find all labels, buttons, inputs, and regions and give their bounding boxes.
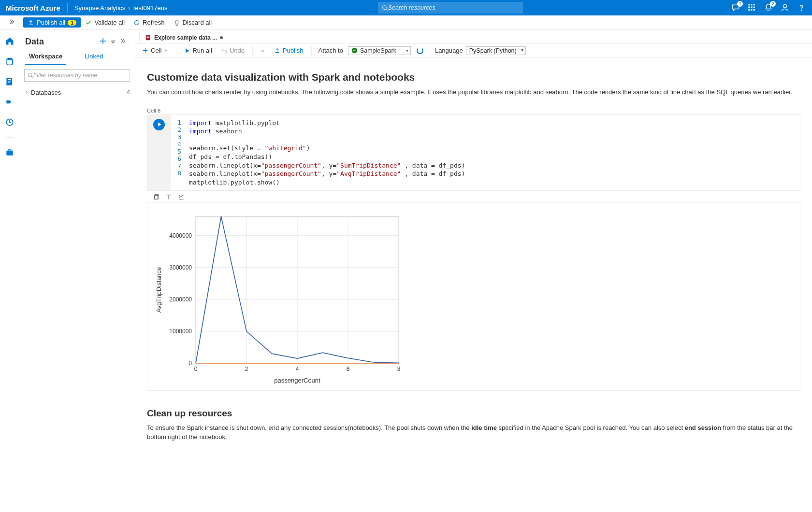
panel-expand-icon[interactable] <box>110 38 118 46</box>
svg-text:0: 0 <box>194 366 198 372</box>
svg-rect-10 <box>754 9 755 11</box>
nav-data-icon[interactable] <box>4 56 15 67</box>
svg-rect-3 <box>751 4 753 5</box>
cell-output-toolbar <box>147 191 800 203</box>
cell-index-label: Cell 8 <box>147 108 800 114</box>
header-actions: 1 2 <box>731 3 806 13</box>
chat-badge: 1 <box>737 1 743 7</box>
publish-button[interactable]: Publish <box>271 45 306 56</box>
run-all-button[interactable]: Run all <box>181 45 215 56</box>
output-clear-icon[interactable] <box>178 194 186 201</box>
svg-rect-4 <box>754 4 755 5</box>
output-copy-icon[interactable] <box>153 194 160 201</box>
tree-databases[interactable]: Databases 4 <box>24 86 130 98</box>
breadcrumb-workspace[interactable]: test0917eus <box>133 4 168 12</box>
svg-rect-19 <box>6 151 13 156</box>
cell-gutter <box>147 115 171 190</box>
editor-tab-notebook[interactable]: Explore sample data ... <box>139 32 228 43</box>
tab-linked[interactable]: Linked <box>81 50 107 65</box>
header-divider <box>67 3 68 13</box>
svg-line-21 <box>31 76 33 78</box>
feedback-icon[interactable] <box>780 3 790 13</box>
trash-icon <box>174 19 180 26</box>
notifications-badge: 2 <box>770 1 776 7</box>
spark-pool-select[interactable]: SampleSpark ▾ <box>348 46 411 55</box>
toolbar-more-button[interactable] <box>258 47 268 55</box>
line-numbers: 12345678 <box>171 115 184 190</box>
editor-tabstrip: Explore sample data ... <box>135 30 812 43</box>
chevron-down-icon <box>261 48 265 53</box>
svg-text:0: 0 <box>188 360 192 367</box>
notifications-icon[interactable]: 2 <box>764 3 773 13</box>
global-search-input[interactable] <box>388 4 520 11</box>
svg-text:6: 6 <box>347 366 350 372</box>
global-search[interactable] <box>378 2 523 14</box>
nav-home-icon[interactable] <box>4 36 15 46</box>
svg-rect-16 <box>7 81 11 81</box>
rail-divider <box>5 137 14 138</box>
run-cell-button[interactable] <box>153 119 165 130</box>
svg-text:4000000: 4000000 <box>169 232 192 239</box>
svg-rect-17 <box>7 83 9 83</box>
svg-text:passengerCount: passengerCount <box>274 377 320 384</box>
svg-rect-24 <box>146 37 149 38</box>
apps-icon[interactable] <box>747 3 757 13</box>
svg-point-13 <box>7 58 13 60</box>
global-header: Microsoft Azure Synapse Analytics test09… <box>0 0 812 15</box>
section-intro: You can control how charts render by usi… <box>147 88 800 97</box>
output-text-icon[interactable] <box>165 194 173 201</box>
session-refresh-button[interactable] <box>414 46 426 56</box>
editor-tab-label: Explore sample data ... <box>154 34 217 41</box>
svg-point-0 <box>383 5 387 9</box>
code-editor[interactable]: import matplotlib.pyplot import seaborn … <box>184 115 470 190</box>
notebook-icon <box>145 34 151 41</box>
svg-rect-8 <box>748 9 750 11</box>
brand-label: Microsoft Azure <box>6 4 60 12</box>
svg-text:8: 8 <box>397 366 401 372</box>
check-icon <box>85 19 92 26</box>
svg-text:1000000: 1000000 <box>169 328 192 335</box>
section-heading-2: Clean up resources <box>147 408 800 419</box>
refresh-button[interactable]: Refresh <box>129 17 169 28</box>
refresh-label: Refresh <box>143 19 165 26</box>
line-chart: 0100000020000003000000400000002468passen… <box>152 212 404 385</box>
nav-develop-icon[interactable] <box>4 76 15 87</box>
expand-rail-icon[interactable] <box>8 18 14 27</box>
publish-all-label: Publish all <box>37 19 65 26</box>
cell-output-chart: 0100000020000003000000400000002468passen… <box>147 203 800 391</box>
svg-rect-9 <box>751 9 753 11</box>
chevron-down-icon <box>164 48 168 53</box>
filter-resources[interactable] <box>24 69 130 82</box>
validate-all-button[interactable]: Validate all <box>81 17 129 28</box>
language-select[interactable]: PySpark (Python) ▾ <box>466 46 526 55</box>
panel-title: Data <box>25 37 97 47</box>
publish-all-button[interactable]: Publish all 1 <box>23 17 81 28</box>
undo-icon <box>221 47 227 54</box>
breadcrumb-service[interactable]: Synapse Analytics <box>74 4 130 12</box>
upload-icon <box>274 47 280 54</box>
code-cell[interactable]: 12345678 import matplotlib.pyplot import… <box>147 114 800 191</box>
chevron-down-icon: ▾ <box>406 48 408 53</box>
spinner-icon <box>417 47 423 54</box>
undo-button[interactable]: Undo <box>218 45 247 56</box>
language-value: PySpark (Python) <box>469 47 517 54</box>
help-icon[interactable] <box>797 3 806 13</box>
nav-manage-icon[interactable] <box>4 147 15 158</box>
panel-add-icon[interactable] <box>99 37 108 46</box>
nav-monitor-icon[interactable] <box>4 117 15 128</box>
svg-rect-5 <box>748 7 750 8</box>
chevron-right-icon <box>24 90 29 95</box>
nav-integrate-icon[interactable] <box>4 97 15 107</box>
filter-input[interactable] <box>33 72 127 79</box>
svg-rect-14 <box>6 78 12 85</box>
discard-all-button[interactable]: Discard all <box>169 17 217 28</box>
panel-collapse-icon[interactable] <box>120 38 129 46</box>
chat-icon[interactable]: 1 <box>731 3 740 13</box>
notebook-toolbar: Cell Run all Undo Publish Attach to <box>135 43 812 58</box>
play-icon <box>157 122 162 127</box>
tab-workspace[interactable]: Workspace <box>25 50 66 65</box>
chevron-down-icon: ▾ <box>521 47 523 53</box>
refresh-icon <box>133 19 140 26</box>
add-cell-button[interactable]: Cell <box>139 45 171 56</box>
svg-text:AvgTripDistance: AvgTripDistance <box>155 267 162 313</box>
